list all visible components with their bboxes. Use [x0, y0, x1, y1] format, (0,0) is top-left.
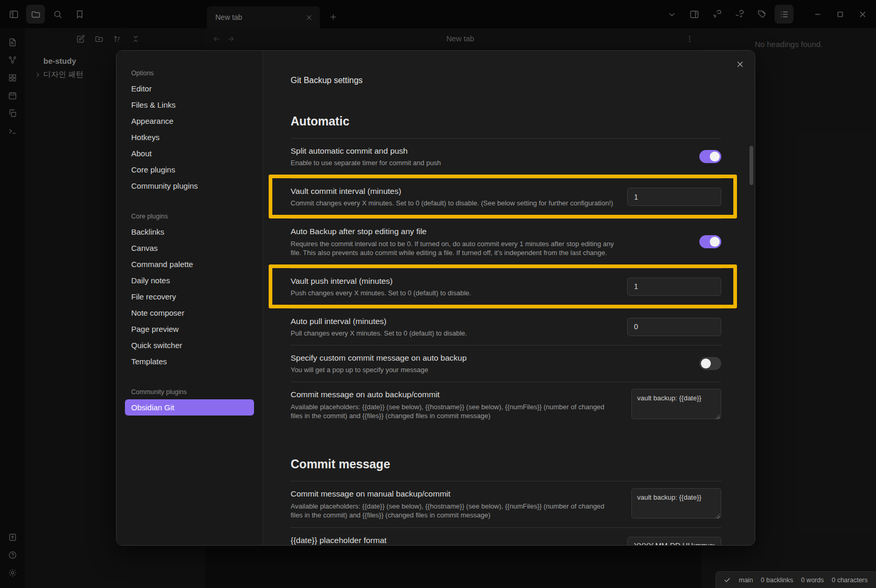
toggle-split-commit-push[interactable] [699, 150, 721, 163]
setting-name: Split automatic commit and push [291, 145, 441, 157]
nav-item-hotkeys[interactable]: Hotkeys [125, 129, 254, 145]
manual-commit-message-textarea[interactable]: vault backup: {{date}} [631, 488, 721, 518]
nav-item-core-plugins[interactable]: Core plugins [125, 162, 254, 178]
nav-item-files-links[interactable]: Files & Links [125, 97, 254, 113]
setting-control [627, 188, 721, 206]
push-interval-input[interactable] [627, 278, 721, 296]
setting-info: {{date}} placeholder format Specify cust… [291, 535, 472, 545]
nav-item-editor[interactable]: Editor [125, 80, 254, 97]
nav-section-header: Options [125, 66, 254, 80]
setting-name: Specify custom commit message on auto ba… [291, 352, 467, 364]
nav-item-command-palette[interactable]: Command palette [125, 256, 254, 272]
setting-split-automatic-commit-push: Split automatic commit and push Enable t… [291, 138, 721, 175]
setting-desc: Available placeholders: {{date}} (see be… [291, 402, 617, 421]
date-format-input[interactable] [627, 537, 721, 545]
setting-control [699, 150, 721, 163]
settings-nav: Options Editor Files & Links Appearance … [117, 51, 263, 545]
toggle-knob [710, 237, 720, 247]
setting-name: Vault push interval (minutes) [291, 275, 471, 287]
setting-desc: Commit changes every X minutes. Set to 0… [291, 199, 613, 208]
nav-item-about[interactable]: About [125, 145, 254, 162]
status-backlinks: 0 backlinks [761, 577, 793, 584]
section-heading-commit-message: Commit message [291, 457, 721, 481]
setting-control: vault backup: {{date}} [631, 488, 721, 521]
pull-interval-input[interactable] [627, 318, 721, 336]
setting-control: vault backup: {{date}} [631, 389, 721, 421]
setting-name: Commit message on manual backup/commit [291, 488, 617, 500]
modal-close-icon[interactable] [734, 58, 746, 71]
nav-section-header: Core plugins [125, 210, 254, 224]
setting-control [699, 235, 721, 248]
obsidian-app: New tab [0, 0, 876, 588]
textarea-wrap: vault backup: {{date}} [631, 488, 721, 521]
setting-control [699, 357, 721, 370]
setting-control [627, 278, 721, 296]
setting-desc: Enable to use separate timer for commit … [291, 158, 441, 168]
setting-name: Commit message on auto backup/commit [291, 389, 617, 400]
nav-item-note-composer[interactable]: Note composer [125, 305, 254, 321]
nav-item-appearance[interactable]: Appearance [125, 113, 254, 129]
toggle-knob [701, 359, 711, 368]
setting-info: Commit message on manual backup/commit A… [291, 488, 617, 520]
nav-item-backlinks[interactable]: Backlinks [125, 224, 254, 240]
setting-desc: You will get a pop up to specify your me… [291, 365, 467, 375]
setting-desc: Requires the commit interval not to be 0… [291, 239, 617, 258]
setting-name: Auto pull interval (minutes) [291, 316, 467, 327]
setting-control [627, 537, 721, 545]
setting-date-placeholder-format: {{date}} placeholder format Specify cust… [291, 527, 721, 545]
setting-desc: Push changes every X minutes. Set to 0 (… [291, 289, 471, 298]
setting-auto-pull-interval: Auto pull interval (minutes) Pull change… [291, 308, 721, 345]
setting-commit-message-auto: Commit message on auto backup/commit Ava… [291, 382, 721, 428]
nav-item-page-preview[interactable]: Page preview [125, 321, 254, 337]
settings-page-title: Git Backup settings [291, 51, 721, 85]
status-characters: 0 characters [832, 577, 868, 584]
highlight-annotation-commit-interval: Vault commit interval (minutes) Commit c… [269, 175, 737, 218]
setting-info: Auto Backup after stop editing any file … [291, 226, 617, 258]
settings-content: Git Backup settings Automatic Split auto… [263, 51, 755, 545]
toggle-custom-commit-message[interactable] [699, 357, 721, 370]
setting-name: {{date}} placeholder format [291, 535, 472, 545]
setting-name: Auto Backup after stop editing any file [291, 226, 617, 237]
setting-specify-custom-commit-message: Specify custom commit message on auto ba… [291, 345, 721, 382]
commit-interval-input[interactable] [627, 188, 721, 206]
toggle-auto-backup-after-stop[interactable] [699, 235, 721, 248]
setting-name: Vault commit interval (minutes) [291, 186, 613, 197]
highlight-annotation-push-interval: Vault push interval (minutes) Push chang… [269, 264, 737, 308]
modal-scrollbar-thumb[interactable] [750, 146, 753, 185]
nav-item-community-plugins[interactable]: Community plugins [125, 178, 254, 194]
nav-section-header: Community plugins [125, 385, 254, 399]
setting-info: Specify custom commit message on auto ba… [291, 352, 467, 375]
nav-item-obsidian-git[interactable]: Obsidian Git [125, 399, 254, 416]
auto-commit-message-textarea[interactable]: vault backup: {{date}} [631, 389, 721, 419]
setting-desc: Available placeholders: {{date}} (see be… [291, 502, 617, 520]
nav-section-community-plugins: Community plugins Obsidian Git [125, 385, 254, 416]
nav-section-core-plugins: Core plugins Backlinks Canvas Command pa… [125, 210, 254, 370]
textarea-wrap: vault backup: {{date}} [631, 389, 721, 421]
setting-info: Vault push interval (minutes) Push chang… [291, 275, 471, 298]
setting-desc: Pull changes every X minutes. Set to 0 (… [291, 329, 467, 338]
setting-vault-commit-interval: Vault commit interval (minutes) Commit c… [291, 178, 721, 215]
setting-info: Commit message on auto backup/commit Ava… [291, 389, 617, 421]
setting-info: Vault commit interval (minutes) Commit c… [291, 186, 613, 208]
section-heading-automatic: Automatic [291, 114, 721, 138]
nav-item-file-recovery[interactable]: File recovery [125, 289, 254, 305]
setting-commit-message-manual: Commit message on manual backup/commit A… [291, 481, 721, 527]
git-status-check-icon[interactable] [723, 576, 731, 584]
settings-modal: Options Editor Files & Links Appearance … [116, 50, 755, 546]
nav-item-daily-notes[interactable]: Daily notes [125, 272, 254, 289]
setting-info: Split automatic commit and push Enable t… [291, 145, 441, 168]
nav-item-quick-switcher[interactable]: Quick switcher [125, 337, 254, 353]
setting-control [627, 318, 721, 336]
toggle-knob [710, 152, 720, 162]
status-words: 0 words [801, 577, 824, 584]
setting-auto-backup-after-stop-editing: Auto Backup after stop editing any file … [291, 218, 721, 264]
nav-item-templates[interactable]: Templates [125, 353, 254, 370]
setting-vault-push-interval: Vault push interval (minutes) Push chang… [291, 268, 721, 305]
nav-section-options: Options Editor Files & Links Appearance … [125, 66, 254, 194]
setting-info: Auto pull interval (minutes) Pull change… [291, 316, 467, 338]
status-bar: main 0 backlinks 0 words 0 characters [716, 571, 876, 588]
nav-item-canvas[interactable]: Canvas [125, 240, 254, 256]
status-branch: main [739, 577, 753, 584]
